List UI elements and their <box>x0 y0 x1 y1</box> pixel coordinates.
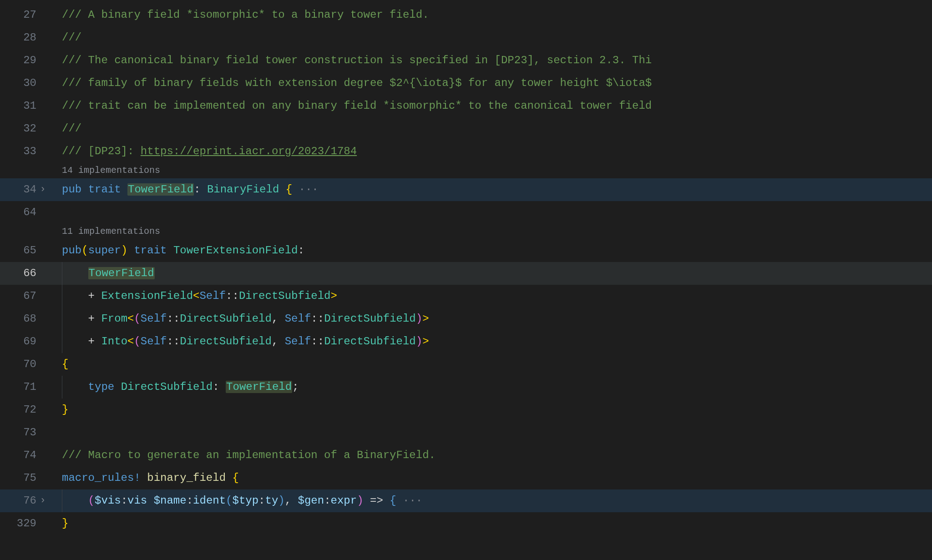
line-number: 73 <box>0 421 46 444</box>
keyword-self: Self <box>285 335 311 348</box>
line-number: 76› <box>0 489 46 512</box>
code-line[interactable]: 72 } <box>0 399 932 421</box>
folded-ellipsis-icon[interactable]: ··· <box>396 494 423 507</box>
type-name: DirectSubfield <box>180 335 272 348</box>
folded-ellipsis-icon[interactable]: ··· <box>292 183 319 196</box>
line-number: 75 <box>0 467 46 489</box>
keyword-self: Self <box>141 313 167 325</box>
code-editor[interactable]: 27 /// A binary field *isomorphic* to a … <box>0 0 932 560</box>
type-name: Into <box>101 335 127 348</box>
code-line[interactable]: 68 + From<(Self::DirectSubfield, Self::D… <box>0 308 932 330</box>
keyword-macro-rules: macro_rules! <box>62 472 141 484</box>
comment-text: /// A binary field *isomorphic* to a bin… <box>62 9 429 21</box>
line-number: 30 <box>0 72 46 95</box>
line-number: 29 <box>0 49 46 72</box>
type-name: From <box>101 313 127 325</box>
type-name: DirectSubfield <box>239 290 331 302</box>
macro-var: $name <box>154 494 187 507</box>
comment-text: /// <box>62 31 81 44</box>
line-number: 33 <box>0 140 46 163</box>
code-content[interactable]: /// A binary field *isomorphic* to a bin… <box>46 4 932 26</box>
code-line[interactable]: 75 macro_rules! binary_field { <box>0 467 932 489</box>
line-number: 70 <box>0 353 46 376</box>
line-number: 67 <box>0 285 46 308</box>
line-number: 64 <box>0 201 46 224</box>
comment-text: /// The canonical binary field tower con… <box>62 54 652 66</box>
type-name: TowerField <box>127 183 194 196</box>
code-line[interactable]: 69 + Into<(Self::DirectSubfield, Self::D… <box>0 330 932 353</box>
line-number: 27 <box>0 4 46 26</box>
comment-text: /// family of binary fields with extensi… <box>62 77 652 89</box>
line-number: 72 <box>0 399 46 421</box>
line-number: 74 <box>0 444 46 467</box>
code-line[interactable]: 76› ($vis:vis $name:ident($typ:ty), $gen… <box>0 489 932 512</box>
type-name: TowerField <box>226 381 292 393</box>
code-line[interactable]: 71 type DirectSubfield: TowerField; <box>0 376 932 399</box>
line-number: 65 <box>0 239 46 262</box>
keyword-trait: trait <box>134 244 167 257</box>
code-line[interactable]: 29 /// The canonical binary field tower … <box>0 49 932 72</box>
keyword-self: Self <box>285 313 311 325</box>
line-number: 68 <box>0 308 46 330</box>
code-line[interactable]: 65 pub(super) trait TowerExtensionField: <box>0 239 932 262</box>
keyword-self: Self <box>141 335 167 348</box>
line-number: 66 <box>0 262 46 285</box>
keyword-super: super <box>88 244 121 257</box>
code-line-active[interactable]: 66 TowerField <box>0 262 932 285</box>
code-line[interactable]: 70 { <box>0 353 932 376</box>
line-number: 31 <box>0 95 46 117</box>
type-name: DirectSubfield <box>324 335 416 348</box>
codelens-implementations[interactable]: 11 implementations <box>46 224 932 239</box>
type-name: BinaryField <box>207 183 279 196</box>
keyword-trait: trait <box>88 183 121 196</box>
type-name: DirectSubfield <box>180 313 272 325</box>
keyword-pub: pub <box>62 244 81 257</box>
line-number: 28 <box>0 26 46 49</box>
code-line[interactable]: 30 /// family of binary fields with exte… <box>0 72 932 95</box>
comment-text: /// [DP23]: <box>62 145 141 157</box>
keyword-type: type <box>88 381 115 393</box>
type-name: TowerField <box>88 267 155 279</box>
line-number: 69 <box>0 330 46 353</box>
code-line[interactable]: 329 } <box>0 512 932 535</box>
doc-link[interactable]: https://eprint.iacr.org/2023/1784 <box>141 145 357 157</box>
comment-text: /// Macro to generate an implementation … <box>62 449 436 461</box>
keyword-pub: pub <box>62 183 81 196</box>
keyword-self: Self <box>199 290 226 302</box>
type-name: DirectSubfield <box>121 381 213 393</box>
macro-var: $typ <box>233 494 259 507</box>
code-line[interactable]: 28 /// <box>0 26 932 49</box>
comment-text: /// trait can be implemented on any bina… <box>62 100 652 112</box>
type-name: TowerExtensionField <box>173 244 298 257</box>
code-line[interactable]: 73 <box>0 421 932 444</box>
macro-var: $gen <box>298 494 324 507</box>
code-line[interactable]: 34› pub trait TowerField: BinaryField { … <box>0 178 932 201</box>
code-line[interactable]: 67 + ExtensionField<Self::DirectSubfield… <box>0 285 932 308</box>
line-number: 329 <box>0 512 46 535</box>
macro-var: $vis <box>95 494 121 507</box>
line-number: 32 <box>0 117 46 140</box>
type-name: DirectSubfield <box>324 313 416 325</box>
codelens-implementations[interactable]: 14 implementations <box>46 163 932 178</box>
line-number: 71 <box>0 376 46 399</box>
code-line[interactable]: 33 /// [DP23]: https://eprint.iacr.org/2… <box>0 140 932 163</box>
type-name: ExtensionField <box>101 290 193 302</box>
code-line[interactable]: 31 /// trait can be implemented on any b… <box>0 95 932 117</box>
code-content[interactable]: pub trait TowerField: BinaryField { ··· <box>46 178 932 201</box>
line-number: 34› <box>0 178 46 201</box>
code-line[interactable]: 64 <box>0 201 932 224</box>
macro-name: binary_field <box>147 472 226 484</box>
code-line[interactable]: 27 /// A binary field *isomorphic* to a … <box>0 4 932 26</box>
code-line[interactable]: 74 /// Macro to generate an implementati… <box>0 444 932 467</box>
code-line[interactable]: 32 /// <box>0 117 932 140</box>
comment-text: /// <box>62 122 81 135</box>
